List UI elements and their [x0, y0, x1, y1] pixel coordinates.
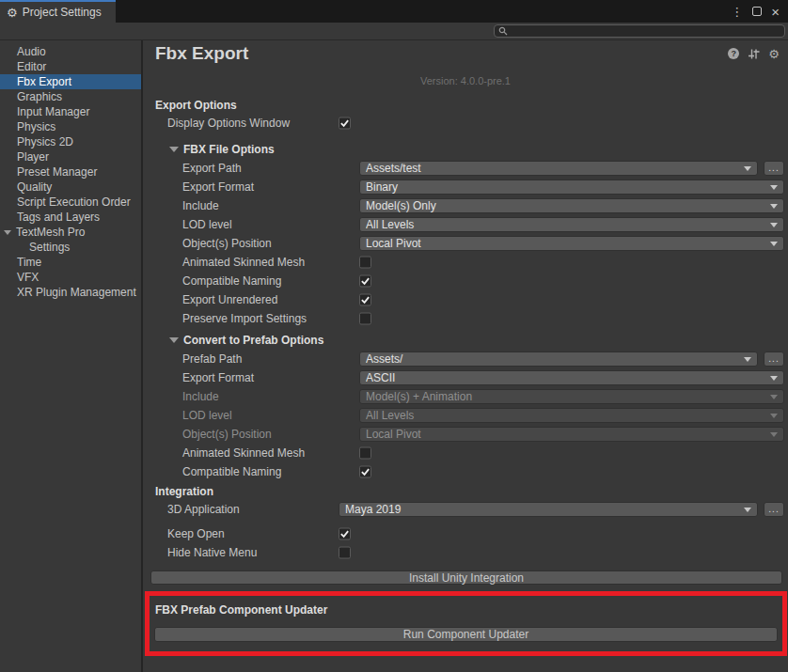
- settings-row-lod-level: LOD levelAll Levels: [143, 406, 788, 425]
- run-component-updater-button[interactable]: Run Component Updater: [154, 627, 778, 642]
- field-value: [359, 294, 784, 306]
- tab-project-settings[interactable]: ⚙ Project Settings: [0, 0, 116, 23]
- label-text: 3D Application: [167, 503, 240, 516]
- sidebar-item-vfx[interactable]: VFX: [0, 270, 141, 285]
- sidebar-item-quality[interactable]: Quality: [0, 180, 141, 195]
- field-label: Object(s) Position: [182, 237, 272, 250]
- field-value: ASCII: [359, 370, 784, 385]
- label-text: Integration: [155, 485, 213, 498]
- label-text: Export Format: [182, 180, 254, 194]
- field-label: Animated Skinned Mesh: [182, 256, 305, 269]
- chevron-down-icon: [770, 414, 778, 418]
- install-unity-integration-button[interactable]: Install Unity Integration: [150, 570, 782, 585]
- dropdown-3d-application[interactable]: Maya 2019: [339, 502, 758, 517]
- dropdown-value: Assets/: [366, 352, 740, 366]
- label-text: Export Path: [182, 162, 242, 175]
- checkbox-compatible-naming[interactable]: [359, 275, 371, 288]
- sidebar-item-fbx-export[interactable]: Fbx Export: [0, 74, 141, 89]
- sidebar-item-physics[interactable]: Physics: [0, 119, 141, 134]
- browse-button[interactable]: ...: [764, 352, 784, 367]
- checkbox-compatible-naming[interactable]: [359, 466, 371, 478]
- sidebar-item-player[interactable]: Player: [0, 149, 141, 164]
- browse-button[interactable]: ...: [764, 161, 784, 176]
- dropdown-export-format[interactable]: ASCII: [359, 370, 784, 385]
- dropdown-value: Local Pivot: [366, 237, 766, 250]
- search-input[interactable]: [511, 26, 780, 37]
- sidebar-item-script-execution-order[interactable]: Script Execution Order: [0, 195, 141, 210]
- maximize-icon[interactable]: [752, 7, 762, 16]
- checkbox-export-unrendered[interactable]: [359, 294, 371, 306]
- sidebar-item-label: Script Execution Order: [17, 195, 131, 209]
- field-label: LOD level: [182, 218, 232, 231]
- tab-label: Project Settings: [23, 6, 102, 19]
- field-value: [359, 313, 784, 325]
- chevron-down-icon: [770, 432, 778, 437]
- dropdown-value: All Levels: [366, 409, 766, 422]
- checkbox-keep-open[interactable]: [339, 528, 351, 540]
- sidebar-item-tags-and-layers[interactable]: Tags and Layers: [0, 210, 141, 225]
- sidebar-item-graphics[interactable]: Graphics: [0, 89, 141, 104]
- dropdown-export-format[interactable]: Binary: [359, 180, 784, 195]
- checkbox-hide-native-menu[interactable]: [339, 547, 351, 559]
- sidebar-item-xr-plugin-management[interactable]: XR Plugin Management: [0, 285, 141, 300]
- field-value: [339, 547, 784, 559]
- field-label[interactable]: FBX File Options: [169, 143, 275, 156]
- foldout-triangle-icon[interactable]: [169, 147, 179, 152]
- sidebar-item-preset-manager[interactable]: Preset Manager: [0, 164, 141, 180]
- sidebar-item-time[interactable]: Time: [0, 255, 141, 270]
- field-label: Hide Native Menu: [167, 546, 257, 559]
- close-icon[interactable]: ×: [771, 5, 780, 19]
- gear-icon[interactable]: ⚙: [768, 48, 780, 60]
- field-value: Assets/test...: [359, 161, 784, 176]
- gear-icon: ⚙: [7, 7, 18, 19]
- content-header: Fbx Export ? ⚙: [143, 43, 788, 64]
- presets-sliders-icon[interactable]: [748, 48, 760, 60]
- dropdown-include[interactable]: Model(s) Only: [359, 198, 784, 213]
- sidebar-item-label: Time: [17, 256, 41, 269]
- sidebar-item-settings[interactable]: Settings: [0, 240, 141, 255]
- sidebar-item-label: Physics 2D: [17, 135, 73, 148]
- sidebar-item-label: Editor: [17, 60, 46, 73]
- field-label: Compatible Naming: [182, 465, 281, 478]
- project-settings-window: ⚙ Project Settings ⋮ × AudioEditorFbx Ex…: [0, 0, 788, 672]
- checkbox-display-options-window[interactable]: [339, 117, 351, 130]
- sidebar-item-label: Quality: [17, 180, 52, 194]
- kebab-menu-icon[interactable]: ⋮: [731, 5, 743, 19]
- sidebar-item-textmesh-pro[interactable]: TextMesh Pro: [0, 225, 141, 240]
- foldout-triangle-icon[interactable]: [4, 230, 11, 235]
- search-box[interactable]: [494, 24, 785, 38]
- chevron-down-icon: [770, 395, 778, 399]
- foldout-triangle-icon[interactable]: [169, 337, 179, 343]
- dropdown-lod-level[interactable]: All Levels: [359, 217, 784, 232]
- dropdown-export-path[interactable]: Assets/test: [359, 161, 758, 176]
- sidebar-item-audio[interactable]: Audio: [0, 44, 141, 59]
- settings-row-keep-open: Keep Open: [143, 524, 788, 543]
- checkbox-animated-skinned-mesh[interactable]: [359, 447, 371, 460]
- dropdown-value: Maya 2019: [345, 503, 740, 516]
- sidebar-item-input-manager[interactable]: Input Manager: [0, 104, 141, 119]
- checkbox-animated-skinned-mesh[interactable]: [359, 257, 371, 269]
- page-title: Fbx Export: [155, 43, 728, 64]
- help-icon[interactable]: ?: [728, 48, 739, 59]
- dropdown-prefab-path[interactable]: Assets/: [359, 352, 758, 367]
- field-value: Local Pivot: [359, 427, 784, 442]
- sidebar-item-label: VFX: [17, 271, 39, 284]
- sidebar-item-physics-2d[interactable]: Physics 2D: [0, 134, 141, 149]
- field-label[interactable]: Convert to Prefab Options: [169, 334, 323, 347]
- browse-button[interactable]: ...: [764, 502, 784, 517]
- label-text: LOD level: [182, 218, 232, 231]
- checkbox-preserve-import-settings[interactable]: [359, 313, 371, 325]
- sidebar-item-label: Input Manager: [17, 105, 89, 118]
- dropdown-object-s-position[interactable]: Local Pivot: [359, 236, 784, 251]
- settings-row-display-options-window: Display Options Window: [143, 114, 788, 133]
- settings-form: Export OptionsDisplay Options WindowFBX …: [143, 97, 788, 562]
- label-text: Compatible Naming: [182, 274, 281, 288]
- settings-row-hide-native-menu: Hide Native Menu: [143, 543, 788, 562]
- settings-row-convert-to-prefab-options: Convert to Prefab Options: [143, 331, 788, 350]
- label-text: FBX File Options: [183, 143, 275, 156]
- sidebar-item-editor[interactable]: Editor: [0, 59, 141, 74]
- checkmark-icon: [360, 467, 370, 477]
- section-header: Integration: [155, 485, 213, 498]
- field-value: [359, 275, 784, 288]
- field-value: [339, 117, 784, 130]
